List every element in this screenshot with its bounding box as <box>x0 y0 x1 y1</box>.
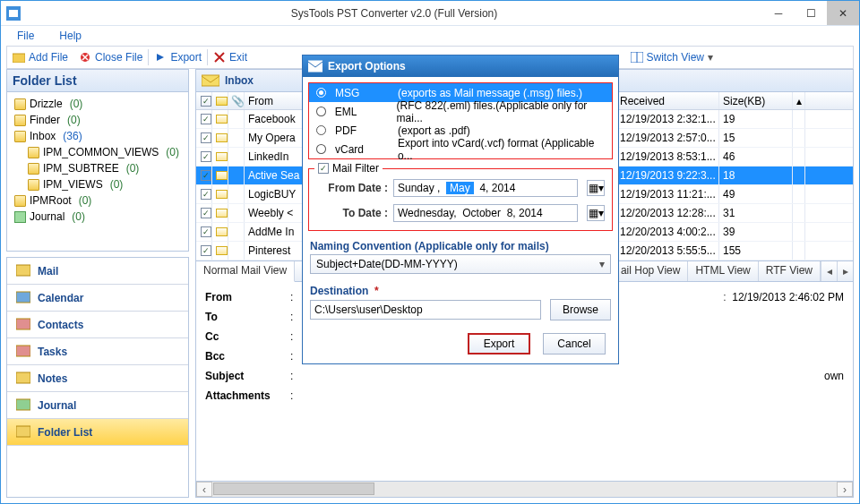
row-checkbox[interactable]: ✓ <box>201 208 211 218</box>
svg-rect-8 <box>16 292 30 303</box>
detail-date: 12/19/2013 2:46:02 PM <box>732 291 844 303</box>
row-checkbox[interactable]: ✓ <box>201 114 211 124</box>
folder-list-header: Folder List <box>6 69 189 92</box>
scroll-thumb[interactable] <box>213 483 374 495</box>
nav-journal[interactable]: Journal <box>7 392 188 419</box>
horizontal-scrollbar[interactable]: ‹ › <box>195 482 854 498</box>
nav-icon <box>16 372 30 386</box>
header-received[interactable]: Received <box>616 92 719 109</box>
envelope-icon <box>216 133 228 142</box>
detail-bcc-label: Bcc <box>205 350 290 363</box>
scroll-left-button[interactable]: ‹ <box>196 482 212 497</box>
nav-list: MailCalendarContactsTasksNotesJournalFol… <box>6 257 189 498</box>
export-button[interactable]: Export <box>149 47 207 68</box>
dialog-export-button[interactable]: Export <box>468 333 530 355</box>
format-option-eml[interactable]: EML(RFC 822(.eml) files.(Applicable only… <box>309 102 612 121</box>
tree-item[interactable]: IPM_VIEWS(0) <box>28 176 185 192</box>
destination-input[interactable] <box>310 300 541 320</box>
from-date-input[interactable]: Sunday , May 4, 2014 <box>393 179 578 197</box>
tab-rtf-view[interactable]: RTF View <box>759 261 821 281</box>
switch-view-button[interactable]: Switch View ▾ <box>625 47 718 68</box>
to-date-picker-icon[interactable]: ▦▾ <box>587 205 605 221</box>
tree-item[interactable]: IPM_SUBTREE(0) <box>28 160 185 176</box>
format-options: MSG(exports as Mail message (.msg) files… <box>308 82 613 159</box>
menu-file[interactable]: File <box>17 30 34 42</box>
svg-rect-7 <box>16 265 30 276</box>
mail-filter-legend: Mail Filter <box>332 162 379 175</box>
tab-mail-hop[interactable]: ail Hop View <box>614 261 688 281</box>
dialog-cancel-button[interactable]: Cancel <box>543 333 606 355</box>
nav-tasks[interactable]: Tasks <box>7 338 188 365</box>
tab-scroll-left[interactable]: ◂ <box>821 261 837 281</box>
header-envelope-icon <box>212 92 228 109</box>
close-button[interactable]: ✕ <box>827 1 859 25</box>
tree-item[interactable]: IPMRoot(0) <box>14 192 185 209</box>
svg-rect-10 <box>16 346 30 356</box>
export-options-dialog: Export Options MSG(exports as Mail messa… <box>302 55 619 364</box>
svg-rect-2 <box>13 54 25 63</box>
svg-rect-12 <box>16 399 30 410</box>
maximize-button[interactable]: ☐ <box>795 1 827 25</box>
close-file-button[interactable]: Close File <box>73 47 148 68</box>
folder-icon <box>14 195 26 207</box>
minimize-button[interactable]: ─ <box>762 1 795 25</box>
nav-calendar[interactable]: Calendar <box>7 285 188 312</box>
row-checkbox[interactable]: ✓ <box>201 226 211 237</box>
browse-button[interactable]: Browse <box>550 299 611 320</box>
tree-item[interactable]: Finder(0) <box>14 112 185 128</box>
naming-convention-select[interactable]: Subject+Date(DD-MM-YYYY)▾ <box>310 254 611 274</box>
play-icon <box>154 51 167 64</box>
radio-icon <box>316 107 326 116</box>
row-checkbox[interactable]: ✓ <box>201 245 211 256</box>
folder-icon <box>28 147 39 158</box>
add-file-button[interactable]: Add File <box>7 47 73 68</box>
to-date-label: To Date : <box>316 207 388 219</box>
radio-icon <box>316 88 326 98</box>
header-checkbox[interactable]: ✓ <box>196 92 212 109</box>
tree-item[interactable]: IPM_COMMON_VIEWS(0) <box>28 144 185 160</box>
row-checkbox[interactable]: ✓ <box>201 170 211 181</box>
svg-rect-15 <box>308 61 322 72</box>
exit-button[interactable]: Exit <box>208 47 253 68</box>
chevron-down-icon: ▾ <box>594 258 610 270</box>
tree-item[interactable]: Drizzle(0) <box>14 96 185 112</box>
header-size[interactable]: Size(KB) <box>719 92 793 109</box>
envelope-icon <box>216 246 228 255</box>
detail-from-label: From <box>205 291 290 303</box>
from-date-label: From Date : <box>316 182 388 194</box>
menu-bar: File Help <box>1 26 859 46</box>
header-attachment-icon: 📎 <box>228 92 245 109</box>
folder-icon <box>28 163 39 175</box>
row-checkbox[interactable]: ✓ <box>201 151 211 162</box>
row-checkbox[interactable]: ✓ <box>201 132 211 143</box>
row-checkbox[interactable]: ✓ <box>201 189 211 200</box>
nav-folder-list[interactable]: Folder List <box>7 419 188 446</box>
to-date-input[interactable]: Wednesday, October 8, 2014 <box>393 204 578 222</box>
svg-rect-1 <box>9 10 18 17</box>
nav-mail[interactable]: Mail <box>7 258 188 285</box>
nav-icon <box>16 425 30 440</box>
from-date-picker-icon[interactable]: ▦▾ <box>587 180 605 196</box>
folder-tree[interactable]: Drizzle(0)Finder(0)Inbox(36)IPM_COMMON_V… <box>6 92 189 252</box>
nav-contacts[interactable]: Contacts <box>7 312 188 338</box>
window-title: SysTools PST Converter v2.0 (Full Versio… <box>26 7 762 20</box>
folder-icon <box>14 98 26 110</box>
table-scroll-up[interactable]: ▴ <box>793 92 805 109</box>
tab-html-view[interactable]: HTML View <box>688 261 758 281</box>
tab-scroll-right[interactable]: ▸ <box>837 261 853 281</box>
detail-subject-fragment: own <box>824 370 844 382</box>
nav-notes[interactable]: Notes <box>7 365 188 392</box>
tree-item[interactable]: Journal(0) <box>14 209 185 225</box>
envelope-icon <box>216 152 228 161</box>
tab-normal-mail[interactable]: Normal Mail View <box>196 261 295 282</box>
menu-help[interactable]: Help <box>59 30 82 42</box>
scroll-right-button[interactable]: › <box>837 482 853 497</box>
svg-rect-14 <box>202 75 219 86</box>
detail-to-label: To <box>205 311 290 323</box>
detail-attachments-label: Attachments <box>205 389 290 402</box>
tree-item[interactable]: Inbox(36) <box>14 128 185 144</box>
radio-icon <box>316 125 326 135</box>
mail-filter-checkbox[interactable]: ✓ <box>318 163 329 174</box>
format-option-vcard[interactable]: vCardExport into vCard(.vcf) format (App… <box>309 140 612 158</box>
journal-icon <box>14 211 26 223</box>
